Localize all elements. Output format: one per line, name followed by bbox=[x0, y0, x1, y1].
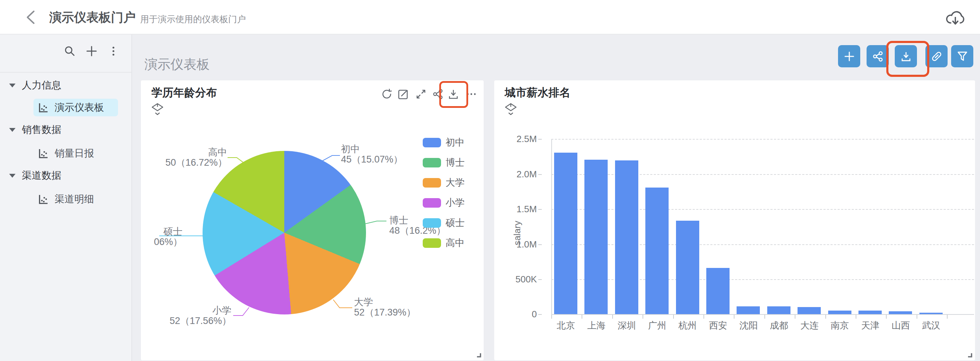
group-label: 销售数据 bbox=[22, 123, 61, 136]
pie-legend: 初中博士大学小学硕士高中 bbox=[423, 136, 465, 249]
legend-label: 小学 bbox=[445, 196, 465, 209]
search-icon[interactable] bbox=[64, 45, 76, 57]
back-icon[interactable] bbox=[23, 9, 40, 26]
legend-item[interactable]: 博士 bbox=[423, 156, 465, 169]
legend-label: 高中 bbox=[445, 236, 465, 249]
sidebar-item-demo-dashboard[interactable]: 演示仪表板 bbox=[33, 99, 118, 117]
y-tick-mark bbox=[538, 314, 542, 315]
x-tick-label: 山西 bbox=[885, 319, 916, 332]
portal-title: 演示仪表板门户 bbox=[49, 9, 135, 26]
dashboard-link-button[interactable] bbox=[925, 45, 948, 67]
bar-南京[interactable] bbox=[828, 311, 851, 314]
x-tick-label: 武汉 bbox=[916, 319, 947, 332]
pie-label-highschool: 高中50（16.72%） bbox=[157, 147, 227, 168]
x-tick-mark bbox=[582, 315, 582, 319]
dashboard-filter-button[interactable] bbox=[951, 45, 973, 67]
group-label: 人力信息 bbox=[22, 78, 61, 92]
x-tick-label: 天津 bbox=[855, 319, 886, 332]
sidebar-group-channel[interactable]: 渠道数据 bbox=[0, 168, 132, 184]
chart-icon bbox=[38, 193, 49, 205]
x-tick-label: 沈阳 bbox=[733, 319, 764, 332]
x-tick-mark bbox=[734, 315, 735, 319]
bar-plot-area: 北京上海深圳广州杭州西安沈阳成都大连南京天津山西武汉 bbox=[551, 139, 974, 315]
y-tick-label: 500K bbox=[515, 274, 537, 284]
caret-down-icon bbox=[9, 174, 16, 178]
legend-swatch bbox=[423, 138, 441, 147]
legend-swatch bbox=[423, 218, 441, 228]
bar-card-title: 城市薪水排名 bbox=[505, 85, 570, 100]
bar-大连[interactable] bbox=[797, 307, 821, 314]
bar-天津[interactable] bbox=[859, 311, 882, 314]
sidebar-group-sales[interactable]: 销售数据 bbox=[0, 121, 132, 138]
item-label: 演示仪表板 bbox=[55, 101, 104, 114]
sidebar-item-sales-daily[interactable]: 销量日报 bbox=[33, 145, 118, 162]
bar-山西[interactable] bbox=[889, 311, 912, 314]
y-axis-ticks: 2.5M2.0M1.5M1.0M500K0 bbox=[496, 139, 542, 322]
bar-广州[interactable] bbox=[645, 188, 668, 314]
pie-label-junior: 初中45（15.07%） bbox=[341, 144, 403, 165]
x-tick-mark bbox=[703, 315, 704, 319]
bar-北京[interactable] bbox=[554, 153, 578, 314]
legend-item[interactable]: 初中 bbox=[423, 136, 465, 149]
bar-深圳[interactable] bbox=[615, 160, 638, 314]
legend-swatch bbox=[423, 178, 441, 188]
portal-subtitle: 用于演示使用的仪表板门户 bbox=[140, 13, 246, 25]
sidebar: 人力信息 演示仪表板 销售数据 销量日报 渠道数据 渠道明细 bbox=[0, 35, 132, 361]
x-tick-label: 广州 bbox=[642, 319, 673, 332]
legend-label: 初中 bbox=[445, 136, 465, 149]
bar-上海[interactable] bbox=[584, 160, 608, 314]
dashboard-share-button[interactable] bbox=[867, 45, 889, 67]
bar-西安[interactable] bbox=[706, 268, 730, 314]
resize-handle-icon[interactable] bbox=[475, 351, 483, 359]
add-icon[interactable] bbox=[86, 45, 97, 57]
legend-item[interactable]: 高中 bbox=[423, 236, 465, 249]
more-vertical-icon[interactable] bbox=[107, 45, 119, 57]
x-tick-label: 上海 bbox=[581, 319, 611, 332]
bar-武汉[interactable] bbox=[920, 313, 943, 314]
x-tick-mark bbox=[643, 315, 643, 319]
legend-swatch bbox=[423, 198, 441, 208]
bar-沈阳[interactable] bbox=[737, 307, 760, 314]
pie-label-college: 大学52（17.39%） bbox=[354, 297, 416, 318]
dashboard-download-button[interactable] bbox=[895, 45, 917, 67]
y-tick-mark bbox=[538, 209, 542, 210]
x-tick-mark bbox=[764, 315, 765, 319]
legend-item[interactable]: 硕士 bbox=[423, 216, 465, 229]
resize-handle-icon[interactable] bbox=[966, 351, 974, 359]
x-tick-label: 西安 bbox=[703, 319, 733, 332]
legend-swatch bbox=[423, 238, 441, 248]
y-tick-mark bbox=[538, 139, 542, 140]
legend-label: 硕士 bbox=[445, 216, 465, 229]
y-tick-label: 0 bbox=[532, 309, 537, 319]
x-tick-mark bbox=[551, 315, 552, 319]
sidebar-item-channel-detail[interactable]: 渠道明细 bbox=[33, 190, 118, 208]
bar-成都[interactable] bbox=[767, 307, 791, 314]
y-tick-label: 2.5M bbox=[516, 134, 537, 144]
y-tick-mark bbox=[538, 174, 542, 175]
x-tick-mark bbox=[795, 315, 795, 319]
sidebar-divider bbox=[0, 72, 131, 73]
legend-item[interactable]: 小学 bbox=[423, 196, 465, 209]
y-tick-label: 2.0M bbox=[516, 169, 537, 179]
top-header: 演示仪表板门户 用于演示使用的仪表板门户 bbox=[0, 0, 980, 35]
item-label: 销量日报 bbox=[55, 147, 94, 160]
x-tick-mark bbox=[856, 315, 856, 319]
drill-icon[interactable] bbox=[504, 102, 517, 117]
x-tick-mark bbox=[886, 315, 887, 319]
bar-杭州[interactable] bbox=[676, 221, 699, 314]
group-label: 渠道数据 bbox=[22, 169, 61, 182]
legend-label: 博士 bbox=[445, 156, 465, 169]
dashboard-add-button[interactable] bbox=[838, 45, 860, 67]
y-tick-mark bbox=[538, 279, 542, 280]
legend-item[interactable]: 大学 bbox=[423, 176, 465, 189]
sidebar-group-hr[interactable]: 人力信息 bbox=[0, 77, 132, 93]
y-tick-label: 1.0M bbox=[516, 239, 537, 249]
legend-label: 大学 bbox=[445, 176, 465, 189]
page-title: 演示仪表板 bbox=[145, 56, 210, 73]
legend-swatch bbox=[423, 158, 441, 168]
x-tick-mark bbox=[826, 315, 826, 319]
x-tick-mark bbox=[673, 315, 674, 319]
y-tick-label: 1.5M bbox=[516, 204, 537, 214]
x-tick-mark bbox=[612, 315, 613, 319]
cloud-download-icon[interactable] bbox=[945, 8, 966, 27]
